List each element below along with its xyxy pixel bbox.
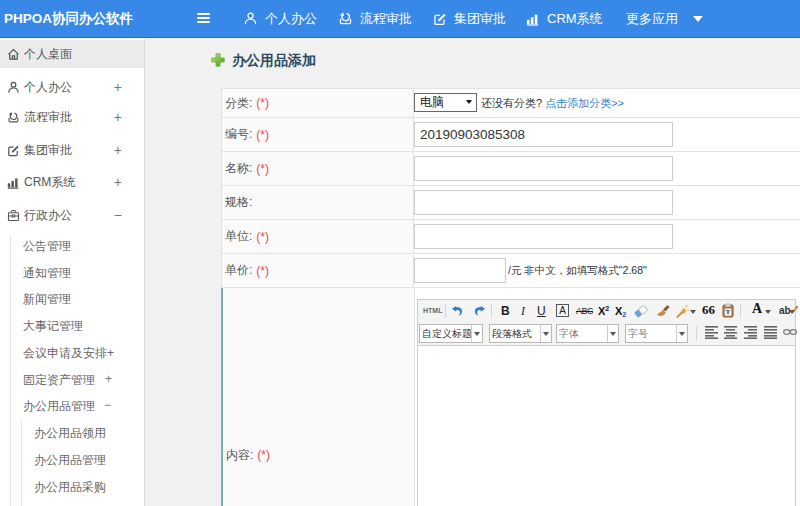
- svg-text:T: T: [726, 308, 731, 315]
